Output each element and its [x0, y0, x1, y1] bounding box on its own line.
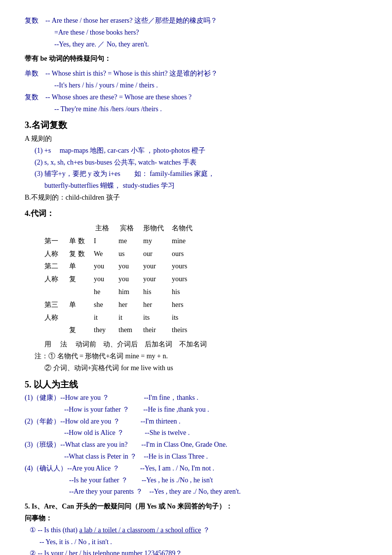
- noun-plural-heading: 3.名词复数: [25, 118, 367, 133]
- pronoun-row-1st-sing: 第一 单 数 I me my mine: [44, 235, 200, 248]
- col-header-poss-adj: 形物代: [143, 222, 172, 235]
- noun-plural-section: 3.名词复数 A 规则的 (1) +s map-maps 地图, car-car…: [25, 118, 367, 203]
- pronoun-row-3rd-she: 第三 单 she her her hers: [44, 299, 200, 311]
- pronoun-row-he: he him his his: [44, 286, 200, 299]
- human-subject-heading: 5. 以人为主线: [25, 377, 367, 392]
- pronoun-section: 4.代词： 主格 宾格 形物代 名物代 第一 单 数 I me: [25, 207, 367, 374]
- pronoun-row-2nd-plur: 人称 复 you you your yours: [44, 273, 200, 286]
- pronoun-usage: 用 法 动词前 动、介词后 后加名词 不加名词: [44, 339, 367, 350]
- noun-plural-rule-3: (3) 辅字+y，要把 y 改为 i+es 如： family-families…: [35, 168, 367, 180]
- wenshiwu-item-2: ② -- Is your / her / his telephone numbe…: [30, 548, 367, 555]
- col-header-poss-pro: 名物代: [172, 222, 200, 235]
- page-content: 复数 -- Are these / those her erasers? 这些／…: [25, 15, 367, 555]
- noun-plural-rule-3b: butterfly-butterflies 蝴蝶， study-studies …: [44, 180, 367, 192]
- pronoun-row-they: 复 they them their theirs: [44, 324, 200, 337]
- pronoun-row-2nd-sing: 第二 单 you you your yours: [44, 260, 200, 273]
- wenshiwu-item-1: ① -- Is this (that) a lab / a toilet / a…: [30, 524, 367, 548]
- pronoun-row-1st-plur: 人称 复 数 We us our ours: [44, 248, 200, 260]
- pronoun-note-1: 注：① 名物代 = 形物代+名词 mine = my + n.: [35, 350, 367, 362]
- col-header-object: 宾格: [118, 222, 143, 235]
- line-plural-2: =Are these / those books hers?: [25, 27, 367, 39]
- be-special-question-heading: 带有 be 动词的特殊疑问句：: [25, 53, 367, 65]
- noun-plural-rule-2: (2) s, x, sh, ch+es bus-buses 公共车, watch…: [35, 157, 367, 169]
- line-plural-3: --Yes, they are. ／ No, they aren't.: [25, 39, 367, 50]
- class-subsection: (3)（班级）--What class are you in? --I'm in…: [25, 439, 367, 463]
- col-header-subject: 主格: [94, 222, 118, 235]
- be-special-lines: 单数 -- Whose shirt is this? = Whose is th…: [25, 68, 367, 115]
- pronoun-row-it: 人称 it it its its: [44, 311, 200, 324]
- is-are-can-section: 5. Is、Are、Can 开头的一般疑问问（用 Yes 或 No 来回答的句子…: [25, 501, 367, 555]
- age-subsection: (2)（年龄）--How old are you ？ --I'm thirtee…: [25, 416, 367, 439]
- pronoun-note-2: ② 介词、动词+宾格代词 for me live with us: [44, 362, 367, 374]
- line-plural-1: 复数 -- Are these / those her erasers? 这些／…: [25, 15, 367, 27]
- pronoun-heading: 4.代词：: [25, 207, 367, 220]
- noun-plural-a-label: A 规则的: [25, 133, 367, 145]
- confirm-subsection: (4)（确认人）--Are you Alice ？ --Yes, I am . …: [25, 463, 367, 498]
- human-subject-section: 5. 以人为主线 (1)（健康）--How are you ？ --I'm fi…: [25, 377, 367, 498]
- health-subsection: (1)（健康）--How are you ？ --I'm fine，thanks…: [25, 392, 367, 416]
- is-are-can-heading: 5. Is、Are、Can 开头的一般疑问问（用 Yes 或 No 来回答的句子…: [25, 501, 367, 512]
- wenshiwu-heading: 问事物：: [25, 512, 367, 524]
- pronoun-table: 主格 宾格 形物代 名物代 第一 单 数 I me my mine 人称 复 数: [44, 222, 200, 337]
- noun-plural-rule-1: (1) +s map-maps 地图, car-cars 小车 ，photo-p…: [35, 145, 367, 157]
- noun-plural-b-label: B.不规则的：child-children 孩子: [25, 192, 367, 204]
- plural-erasers-section: 复数 -- Are these / those her erasers? 这些／…: [25, 15, 367, 50]
